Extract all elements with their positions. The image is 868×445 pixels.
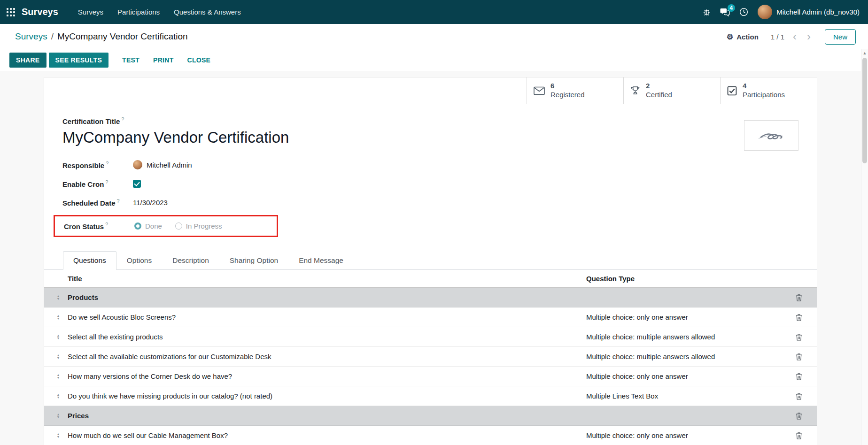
row-question-type: Multiple choice: multiple answers allowe…	[586, 333, 786, 341]
survey-title-field[interactable]: MyCompany Vendor Certification	[62, 129, 798, 146]
row-title: Prices	[68, 412, 582, 420]
drag-handle-icon[interactable]	[55, 315, 61, 320]
action-menu-button[interactable]: ⚙ Action	[727, 32, 759, 41]
table-row-section[interactable]: Products	[44, 288, 817, 307]
stat-label: Participations	[743, 91, 785, 100]
trash-icon[interactable]	[790, 373, 808, 380]
drag-handle-icon[interactable]	[55, 433, 61, 438]
row-title: How much do we sell our Cable Management…	[68, 431, 582, 439]
pager-next-button[interactable]: ›	[805, 33, 813, 40]
row-title: Select all the existing products	[68, 333, 582, 341]
activities-clock-icon[interactable]	[739, 8, 748, 16]
drag-handle-icon[interactable]	[55, 354, 61, 360]
tab-questions[interactable]: Questions	[63, 251, 116, 270]
trash-icon[interactable]	[790, 392, 808, 400]
row-question-type: Multiple choice: only one answer	[586, 313, 786, 321]
table-row-question[interactable]: Do we sell Acoustic Bloc Screens? Multip…	[44, 307, 817, 327]
table-row-question[interactable]: How much do we sell our Cable Management…	[44, 426, 817, 445]
trash-icon[interactable]	[790, 294, 808, 301]
notebook-tabs: Questions Options Description Sharing Op…	[44, 251, 817, 270]
help-icon: ?	[105, 179, 108, 185]
table-row-question[interactable]: Select all the available customizations …	[44, 347, 817, 367]
responsible-name: Mitchell Admin	[147, 161, 192, 169]
row-title: Select all the available customizations …	[68, 353, 582, 361]
column-title: Title	[68, 275, 582, 283]
questions-table: Title Question Type Products Do we sell …	[44, 270, 817, 445]
scrollbar-thumb[interactable]	[862, 58, 867, 163]
trash-icon[interactable]	[790, 314, 808, 321]
responsible-label: Responsible?	[62, 161, 133, 169]
tab-description[interactable]: Description	[162, 251, 219, 270]
nav-item-surveys[interactable]: Surveys	[72, 4, 109, 20]
radio-in-progress-label: In Progress	[186, 222, 222, 230]
responsible-avatar	[133, 160, 142, 169]
certification-title-label: Certification Title	[62, 117, 120, 125]
trash-icon[interactable]	[790, 412, 808, 420]
breadcrumb: Surveys / MyCompany Vendor Certification	[15, 31, 188, 42]
drag-handle-icon[interactable]	[55, 393, 61, 399]
messages-icon[interactable]: 4	[720, 8, 730, 16]
drag-handle-icon[interactable]	[55, 374, 61, 379]
stat-value: 2	[646, 82, 672, 91]
form-sheet: 6 Registered 2 Certified	[44, 77, 817, 445]
new-button[interactable]: New	[825, 29, 856, 45]
responsible-row: Responsible? Mitchell Admin	[62, 159, 798, 171]
page: Surveys Surveys Participations Questions…	[0, 0, 868, 445]
radio-in-progress[interactable]	[175, 222, 182, 230]
user-menu[interactable]: Mitchell Admin (db_nov30)	[758, 5, 860, 19]
apps-menu-icon[interactable]	[7, 8, 15, 16]
trash-icon[interactable]	[790, 333, 808, 341]
check-square-icon	[727, 86, 737, 96]
control-panel: Surveys / MyCompany Vendor Certification…	[0, 24, 868, 49]
radio-done[interactable]	[134, 222, 141, 230]
stat-button-certified[interactable]: 2 Certified	[623, 77, 720, 104]
breadcrumb-surveys-link[interactable]: Surveys	[15, 31, 47, 42]
stat-value: 4	[743, 82, 785, 91]
nav-item-participations[interactable]: Participations	[112, 4, 165, 20]
table-row-question[interactable]: Select all the existing products Multipl…	[44, 327, 817, 347]
enable-cron-row: Enable Cron?	[62, 177, 798, 190]
scrollbar-up-arrow[interactable]: ▲	[861, 49, 868, 55]
trash-icon[interactable]	[790, 432, 808, 439]
scrollbar[interactable]: ▲	[861, 49, 868, 445]
top-navbar: Surveys Surveys Participations Questions…	[0, 0, 868, 24]
print-button[interactable]: PRINT	[153, 56, 174, 64]
stat-button-row: 6 Registered 2 Certified	[44, 77, 817, 104]
pager-previous-button[interactable]: ‹	[791, 33, 798, 40]
enable-cron-label: Enable Cron?	[62, 179, 133, 188]
scheduled-date-label: Scheduled Date?	[62, 198, 133, 207]
scheduled-date-field[interactable]: 11/30/2023	[133, 199, 168, 207]
certification-badge-image[interactable]	[744, 120, 798, 151]
table-row-question[interactable]: How many versions of the Corner Desk do …	[44, 367, 817, 386]
content-area: 6 Registered 2 Certified	[0, 71, 861, 445]
tab-end-message[interactable]: End Message	[288, 251, 354, 270]
app-brand[interactable]: Surveys	[22, 7, 58, 17]
test-button[interactable]: TEST	[122, 56, 140, 64]
messages-count-badge: 4	[728, 4, 736, 12]
stat-value: 6	[550, 82, 585, 91]
table-row-section[interactable]: Prices	[44, 406, 817, 426]
envelope-icon	[534, 86, 545, 95]
stat-button-registered[interactable]: 6 Registered	[527, 77, 623, 104]
drag-handle-icon[interactable]	[55, 334, 61, 340]
row-question-type: Multiple choice: multiple answers allowe…	[586, 353, 786, 361]
debug-bug-icon[interactable]	[703, 8, 711, 16]
tab-options[interactable]: Options	[116, 251, 162, 270]
breadcrumb-current: MyCompany Vendor Certification	[57, 31, 188, 42]
nav-item-questions-answers[interactable]: Questions & Answers	[168, 4, 247, 20]
share-button[interactable]: SHARE	[9, 53, 46, 68]
cron-status-option-in-progress: In Progress	[175, 222, 222, 230]
drag-handle-icon[interactable]	[55, 295, 61, 300]
stat-button-participations[interactable]: 4 Participations	[720, 77, 817, 104]
see-results-button[interactable]: SEE RESULTS	[49, 53, 109, 68]
help-icon: ?	[121, 116, 124, 122]
drag-handle-icon[interactable]	[55, 413, 61, 419]
table-row-question[interactable]: Do you think we have missing products in…	[44, 386, 817, 406]
trash-icon[interactable]	[790, 353, 808, 361]
responsible-field[interactable]: Mitchell Admin	[133, 160, 192, 169]
stat-label: Registered	[550, 91, 585, 100]
enable-cron-checkbox[interactable]	[133, 180, 141, 188]
tab-sharing-option[interactable]: Sharing Option	[219, 251, 288, 270]
table-header: Title Question Type	[44, 270, 817, 288]
close-button[interactable]: CLOSE	[187, 56, 211, 64]
